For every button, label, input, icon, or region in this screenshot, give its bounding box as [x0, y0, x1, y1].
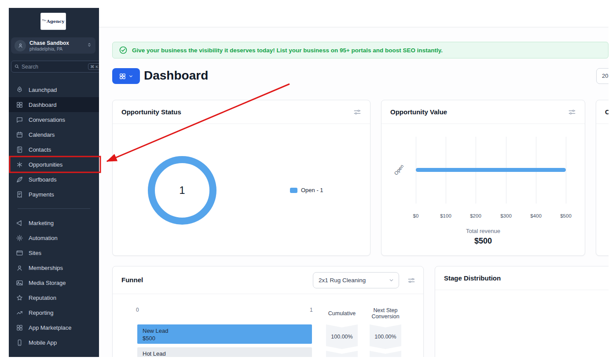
- card-header: Opportunity Value: [381, 100, 585, 124]
- funnel-stage-hot-lead[interactable]: Hot Lead: [137, 347, 312, 357]
- cumulative-value-badge: 100.00%: [326, 351, 358, 357]
- sidebar-item-label: Reputation: [29, 295, 56, 301]
- sidebar-item-mobile-app[interactable]: Mobile App: [9, 335, 99, 350]
- x-tick: $100: [436, 213, 455, 218]
- sidebar-item-label: Launchpad: [29, 87, 57, 93]
- sidebar-item-app-marketplace[interactable]: App Marketplace: [9, 320, 99, 335]
- sidebar-item-automation[interactable]: Automation: [9, 230, 99, 245]
- stage-name: New Lead: [143, 327, 312, 335]
- sidebar-item-opportunities[interactable]: Opportunities: [9, 157, 99, 172]
- sidebar-item-contacts[interactable]: Contacts: [9, 142, 99, 157]
- card-header: Funnel 2x1 Rug Cleaning: [113, 266, 423, 294]
- main-area: Give your business the visibility it des…: [99, 8, 609, 357]
- member-person-icon: [16, 264, 23, 272]
- x-tick: $0: [406, 213, 425, 218]
- sidebar-item-memberships[interactable]: Memberships: [9, 260, 99, 275]
- y-axis-label: Open: [393, 164, 404, 176]
- search-input[interactable]: [22, 64, 86, 70]
- sidebar-nav-secondary: Marketing Automation Sites Memberships M…: [9, 215, 99, 350]
- legend-label: Open - 1: [301, 187, 323, 193]
- cumulative-value-badge: 100.00%: [326, 324, 358, 349]
- phone-icon: [16, 339, 23, 346]
- sidebar-nav-primary: Launchpad Dashboard Conversations Calend…: [9, 82, 99, 202]
- sidebar-item-calendars[interactable]: Calendars: [9, 127, 99, 142]
- promo-banner[interactable]: Give your business the visibility it des…: [112, 42, 609, 58]
- account-switcher[interactable]: Chase Sandbox philadelphia, PA: [11, 37, 95, 54]
- contacts-book-icon: [16, 146, 23, 153]
- opportunity-status-card: Opportunity Status 1 Open - 1: [112, 100, 370, 256]
- calendar-icon: [16, 131, 23, 138]
- opportunities-asterisk-icon: [16, 161, 23, 168]
- funnel-stage-new-lead[interactable]: New Lead $500: [137, 324, 312, 344]
- date-filter[interactable]: 20: [596, 68, 609, 84]
- sidebar-item-label: Payments: [29, 191, 54, 198]
- sidebar: The Agency Chase Sandbox philadelphia, P…: [9, 8, 99, 357]
- clipped-right-card: C: [596, 100, 609, 256]
- stage-name: Hot Lead: [143, 350, 312, 357]
- automation-hub-icon: [16, 234, 23, 242]
- page-title: Dashboard: [144, 67, 208, 84]
- funnel-axis-max: 1: [310, 307, 313, 313]
- card-header: Opportunity Status: [113, 100, 370, 124]
- search-box[interactable]: ⌘ K: [11, 61, 104, 73]
- receipt-icon: [16, 191, 23, 198]
- total-revenue-value: $500: [381, 237, 585, 246]
- sidebar-item-label: Dashboard: [29, 102, 57, 108]
- card-title: Funnel: [121, 276, 143, 284]
- logo-text: Agency: [47, 19, 64, 24]
- sidebar-item-reporting[interactable]: Reporting: [9, 305, 99, 320]
- banner-text: Give your business the visibility it des…: [132, 47, 443, 54]
- sidebar-item-reputation[interactable]: Reputation: [9, 290, 99, 305]
- card-title: Stage Distribution: [444, 274, 501, 282]
- chevron-updown-icon: [87, 42, 92, 50]
- card-settings-icon[interactable]: [407, 277, 415, 284]
- top-header-bar: [99, 8, 609, 27]
- rocket-icon: [16, 86, 23, 94]
- sidebar-divider: [18, 208, 90, 209]
- chevron-down-icon: [128, 74, 133, 79]
- sidebar-item-marketing[interactable]: Marketing: [9, 215, 99, 230]
- megaphone-icon: [16, 219, 23, 227]
- sidebar-item-label: Contacts: [29, 146, 51, 153]
- layout-grid-icon: [119, 73, 126, 80]
- funnel-axis-min: 0: [136, 307, 139, 313]
- funnel-card: Funnel 2x1 Rug Cleaning 0 1 New Lead $50…: [112, 266, 424, 357]
- chart-legend: Open - 1: [290, 187, 323, 193]
- card-header: C: [596, 100, 609, 124]
- card-settings-icon[interactable]: [353, 108, 361, 116]
- avatar-icon: [15, 40, 26, 51]
- donut-center-value: 1: [179, 184, 185, 197]
- browser-icon: [16, 249, 23, 257]
- card-settings-icon[interactable]: [568, 108, 576, 116]
- sidebar-item-label: App Marketplace: [29, 324, 72, 331]
- gridline: [566, 137, 566, 204]
- sidebar-item-payments[interactable]: Payments: [9, 187, 99, 202]
- sidebar-item-surfboards[interactable]: Surfboards: [9, 172, 99, 187]
- search-row: ⌘ K: [11, 61, 95, 73]
- dashboard-layout-button[interactable]: [112, 68, 140, 84]
- chart-footer: Total revenue $500: [381, 228, 585, 246]
- app-window: The Agency Chase Sandbox philadelphia, P…: [9, 8, 609, 357]
- account-location: philadelphia, PA: [29, 46, 87, 51]
- sidebar-item-dashboard[interactable]: Dashboard: [9, 97, 99, 112]
- account-name: Chase Sandbox: [29, 40, 87, 46]
- pipeline-select-value: 2x1 Rug Cleaning: [319, 277, 389, 284]
- image-icon: [16, 279, 23, 287]
- sidebar-item-label: Surfboards: [29, 176, 57, 183]
- screenshot-root: The Agency Chase Sandbox philadelphia, P…: [0, 0, 616, 364]
- sidebar-item-label: Memberships: [29, 265, 63, 271]
- sidebar-item-label: Calendars: [29, 131, 55, 138]
- check-circle-icon: [119, 46, 128, 55]
- card-title: Opportunity Status: [121, 108, 181, 116]
- sidebar-item-sites[interactable]: Sites: [9, 245, 99, 260]
- sidebar-item-label: Sites: [29, 250, 41, 256]
- sidebar-item-conversations[interactable]: Conversations: [9, 112, 99, 127]
- sidebar-item-launchpad[interactable]: Launchpad: [9, 82, 99, 97]
- sidebar-item-label: Conversations: [29, 116, 65, 123]
- x-tick: $400: [526, 213, 546, 218]
- cumulative-header: Cumulative: [322, 310, 362, 317]
- pipeline-select[interactable]: 2x1 Rug Cleaning: [313, 272, 399, 288]
- agency-logo: The Agency: [41, 13, 66, 29]
- chevron-down-icon: [389, 277, 394, 283]
- sidebar-item-media-storage[interactable]: Media Storage: [9, 275, 99, 290]
